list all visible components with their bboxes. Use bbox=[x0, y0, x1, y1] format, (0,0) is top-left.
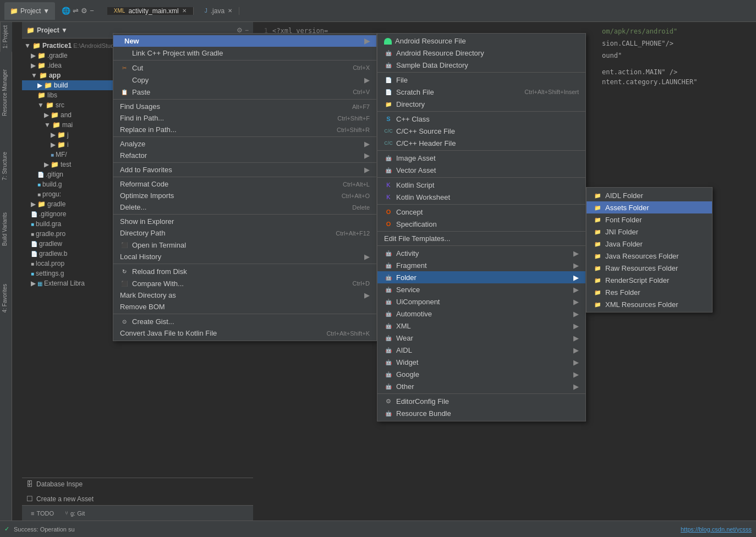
menu-google[interactable]: 🤖 Google ▶ bbox=[377, 368, 585, 380]
menu-other[interactable]: 🤖 Other ▶ bbox=[377, 380, 585, 392]
menu-xml-resources-folder[interactable]: 📁 XML Resources Folder bbox=[587, 298, 712, 310]
menu-automotive[interactable]: 🤖 Automotive ▶ bbox=[377, 308, 585, 320]
menu-find-usages[interactable]: Find Usages Alt+F7 bbox=[113, 101, 376, 112]
menu-reformat[interactable]: Reformat Code Ctrl+Alt+L bbox=[113, 178, 376, 190]
menu-link-cpp[interactable]: Link C++ Project with Gradle bbox=[113, 47, 376, 59]
menu-find-path[interactable]: Find in Path... Ctrl+Shift+F bbox=[113, 112, 376, 124]
menu-dir-path[interactable]: Directory Path Ctrl+Alt+F12 bbox=[113, 227, 376, 239]
xml-icon: 🤖 bbox=[384, 321, 393, 330]
activity-main-tab[interactable]: XML activity_main.xml ✕ bbox=[107, 7, 194, 15]
menu-xml[interactable]: 🤖 XML ▶ bbox=[377, 320, 585, 332]
menu-raw-resources-folder[interactable]: 📁 Raw Resources Folder bbox=[587, 262, 712, 274]
menu-add-favorites[interactable]: Add to Favorites ▶ bbox=[113, 164, 376, 176]
menu-service[interactable]: 🤖 Service ▶ bbox=[377, 283, 585, 295]
menu-wear[interactable]: 🤖 Wear ▶ bbox=[377, 332, 585, 344]
menu-font-folder[interactable]: 📁 Font Folder bbox=[587, 213, 712, 226]
menu-kotlin-script[interactable]: K Kotlin Script bbox=[377, 179, 585, 191]
checkbox-icon: ☐ bbox=[26, 495, 33, 503]
menu-replace-path[interactable]: Replace in Path... Ctrl+Shift+R bbox=[113, 124, 376, 135]
menu-ui-component[interactable]: 🤖 UiComponent ▶ bbox=[377, 295, 585, 308]
tree-label-buildg: build.g bbox=[42, 180, 62, 188]
menu-paste[interactable]: 📋 Paste Ctrl+V bbox=[113, 86, 376, 98]
project-tab-label: Project bbox=[20, 7, 41, 15]
menu-cpp-class[interactable]: S C++ Class bbox=[377, 113, 585, 125]
menu-create-gist[interactable]: ⊙ Create Gist... bbox=[113, 315, 376, 327]
menu-specification[interactable]: O Specification bbox=[377, 218, 585, 230]
kotlin-script-label: Kotlin Script bbox=[396, 181, 434, 189]
replace-path-label: Replace in Path... bbox=[120, 125, 177, 134]
folder-icon-idea: 📁 bbox=[37, 62, 46, 69]
xml-arrow: ▶ bbox=[573, 322, 579, 330]
menu-assets-folder[interactable]: 📁 Assets Folder bbox=[587, 201, 712, 213]
tree-arrow-extlibs: ▶ bbox=[31, 280, 36, 287]
menu-android-resource-file[interactable]: Android Resource File bbox=[377, 35, 585, 47]
menu-jni-folder[interactable]: 📁 JNI Folder bbox=[587, 226, 712, 238]
vtab-build-variants[interactable]: Build Variants bbox=[0, 209, 12, 249]
menu-reload[interactable]: ↻ Reload from Disk bbox=[113, 265, 376, 277]
menu-android-resource-dir[interactable]: 🤖 Android Resource Directory bbox=[377, 47, 585, 59]
renderscript-folder-label: RenderScript Folder bbox=[605, 276, 669, 284]
database-inspector[interactable]: 🗄 Database Inspe bbox=[22, 478, 253, 490]
menu-remove-bom[interactable]: Remove BOM bbox=[113, 301, 376, 313]
menu-resource-bundle[interactable]: 🤖 Resource Bundle bbox=[377, 407, 585, 419]
vtab-structure[interactable]: 7: Structure bbox=[0, 149, 12, 184]
menu-convert-java[interactable]: Convert Java File to Kotlin File Ctrl+Al… bbox=[113, 327, 376, 339]
file-icon-gitignore: 📄 bbox=[31, 211, 37, 217]
cut-shortcut: Ctrl+X bbox=[353, 64, 370, 71]
menu-widget[interactable]: 🤖 Widget ▶ bbox=[377, 356, 585, 368]
git-tab[interactable]: ⑂ g: Git bbox=[61, 507, 89, 520]
menu-local-history[interactable]: Local History ▶ bbox=[113, 251, 376, 262]
kotlin-script-icon: K bbox=[384, 180, 393, 189]
menu-image-asset[interactable]: 🤖 Image Asset bbox=[377, 152, 585, 164]
menu-fragment[interactable]: 🤖 Fragment ▶ bbox=[377, 259, 585, 271]
file-icon-settingsg: ■ bbox=[31, 271, 34, 277]
menu-show-explorer[interactable]: Show in Explorer bbox=[113, 216, 376, 227]
close-java-tab-icon[interactable]: ✕ bbox=[228, 8, 232, 14]
menu-optimize[interactable]: Optimize Imports Ctrl+Alt+O bbox=[113, 190, 376, 201]
file-icon-progu: ■ bbox=[37, 191, 41, 198]
menu-copy[interactable]: Copy ▶ bbox=[113, 74, 376, 86]
tree-arrow: ▶ bbox=[31, 52, 36, 59]
menu-vector-asset[interactable]: 🤖 Vector Asset bbox=[377, 164, 585, 176]
menu-analyze[interactable]: Analyze ▶ bbox=[113, 138, 376, 150]
menu-delete[interactable]: Delete... Delete bbox=[113, 201, 376, 213]
menu-renderscript-folder[interactable]: 📁 RenderScript Folder bbox=[587, 274, 712, 286]
find-usages-label: Find Usages bbox=[120, 102, 160, 111]
menu-activity[interactable]: 🤖 Activity ▶ bbox=[377, 247, 585, 259]
menu-java-resources-folder[interactable]: 📁 Java Resources Folder bbox=[587, 250, 712, 262]
menu-editorconfig[interactable]: ⚙ EditorConfig File bbox=[377, 395, 585, 407]
vtab-favorites[interactable]: 4: Favorites bbox=[0, 281, 12, 316]
menu-res-folder[interactable]: 📁 Res Folder bbox=[587, 286, 712, 298]
vector-asset-label: Vector Asset bbox=[396, 166, 436, 174]
menu-scratch-file[interactable]: 📄 Scratch File Ctrl+Alt+Shift+Insert bbox=[377, 86, 585, 98]
menu-kotlin-worksheet[interactable]: K Kotlin Worksheet bbox=[377, 191, 585, 203]
menu-java-folder[interactable]: 📁 Java Folder bbox=[587, 238, 712, 250]
menu-cpp-source[interactable]: C/C C/C++ Source File bbox=[377, 125, 585, 137]
menu-refactor[interactable]: Refactor ▶ bbox=[113, 150, 376, 161]
project-tab[interactable]: 📁 Project ▼ bbox=[4, 2, 55, 20]
menu-concept[interactable]: O Concept bbox=[377, 206, 585, 218]
java-tab[interactable]: J .java ✕ bbox=[198, 7, 239, 15]
vtab-project[interactable]: 1: Project bbox=[0, 22, 12, 52]
icon-extlibs: ▦ bbox=[37, 281, 42, 287]
menu-cpp-header[interactable]: C/C C/C++ Header File bbox=[377, 137, 585, 149]
menu-open-terminal[interactable]: ⬛ Open in Terminal bbox=[113, 239, 376, 251]
sep-android-2 bbox=[377, 111, 585, 112]
tree-arrow-j: ▶ bbox=[51, 131, 56, 139]
create-asset-button[interactable]: ☐ Create a new Asset bbox=[22, 492, 253, 505]
menu-mark-dir[interactable]: Mark Directory as ▶ bbox=[113, 289, 376, 301]
menu-file[interactable]: 📄 File bbox=[377, 74, 585, 86]
menu-aidl-folder[interactable]: 📁 AIDL Folder bbox=[587, 189, 712, 201]
menu-new-header[interactable]: New ▶ bbox=[113, 35, 376, 47]
menu-edit-templates[interactable]: Edit File Templates... bbox=[377, 233, 585, 244]
menu-folder[interactable]: 🤖 Folder ▶ bbox=[377, 271, 585, 283]
close-tab-icon[interactable]: ✕ bbox=[182, 8, 187, 14]
menu-cut[interactable]: ✂ Cut Ctrl+X bbox=[113, 62, 376, 74]
todo-tab[interactable]: ≡ TODO bbox=[26, 507, 58, 520]
git-icon: ⑂ bbox=[65, 510, 68, 516]
menu-directory[interactable]: 📁 Directory bbox=[377, 98, 585, 110]
menu-compare[interactable]: ⬛ Compare With... Ctrl+D bbox=[113, 277, 376, 289]
menu-aidl[interactable]: 🤖 AIDL ▶ bbox=[377, 344, 585, 356]
vtab-resource-manager[interactable]: Resource Manager bbox=[0, 66, 12, 119]
menu-sample-data-dir[interactable]: 🤖 Sample Data Directory bbox=[377, 59, 585, 71]
